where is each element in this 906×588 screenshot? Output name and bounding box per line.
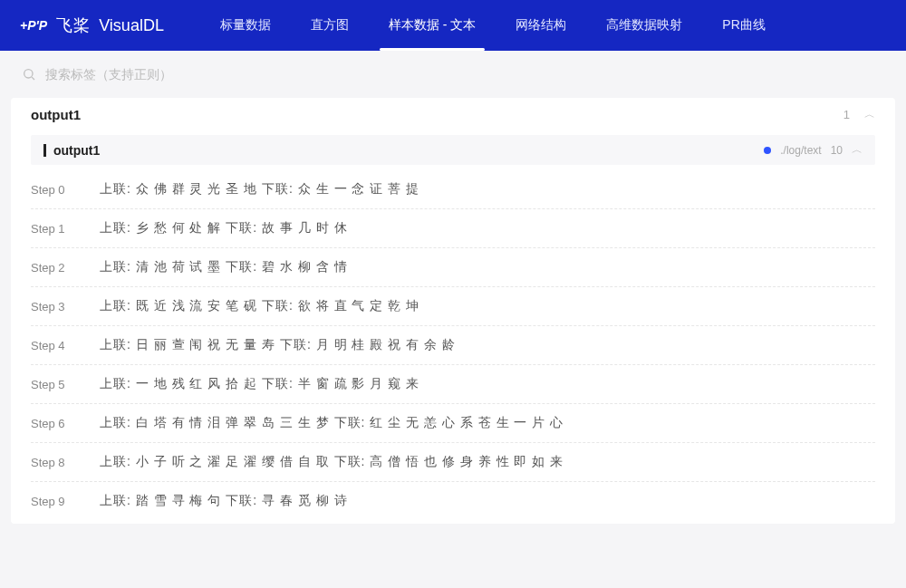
step-text: 上联: 众 佛 群 灵 光 圣 地 下联: 众 生 一 念 证 菩 提: [100, 181, 419, 198]
step-row: Step 5 上联: 一 地 残 红 风 拾 起 下联: 半 窗 疏 影 月 窥…: [31, 365, 875, 404]
step-label: Step 8: [31, 456, 74, 469]
subheader-index: 10: [831, 144, 843, 157]
nav-histogram[interactable]: 直方图: [291, 0, 369, 51]
subheader-title: output1: [53, 143, 100, 158]
step-label: Step 4: [31, 339, 74, 352]
top-nav: +P'P 飞桨 VisualDL 标量数据 直方图 样本数据 - 文本 网络结构…: [0, 0, 906, 51]
step-row: Step 0 上联: 众 佛 群 灵 光 圣 地 下联: 众 生 一 念 证 菩…: [31, 170, 875, 209]
step-text: 上联: 日 丽 萱 闱 祝 无 量 寿 下联: 月 明 桂 殿 祝 有 余 龄: [100, 337, 456, 353]
step-label: Step 0: [31, 183, 74, 197]
step-row: Step 3 上联: 既 近 浅 流 安 笔 砚 下联: 欲 将 直 气 定 乾…: [31, 287, 875, 326]
subheader-left: output1: [43, 143, 100, 158]
step-label: Step 1: [31, 222, 74, 236]
output-panel: output1 1 ︿ output1 ./log/text 10 ︿ Step…: [11, 98, 895, 524]
brand-name: 飞桨: [56, 14, 90, 36]
svg-point-0: [24, 70, 33, 78]
step-label: Step 3: [31, 300, 74, 313]
subheader-collapse-icon[interactable]: ︿: [852, 142, 863, 158]
brand-logo-icon: +P'P: [20, 18, 47, 33]
nav-pr-curve[interactable]: PR曲线: [702, 0, 785, 51]
nav-graph[interactable]: 网络结构: [496, 0, 586, 51]
step-row: Step 4 上联: 日 丽 萱 闱 祝 无 量 寿 下联: 月 明 桂 殿 祝…: [31, 326, 875, 365]
search-bar: [0, 51, 906, 89]
step-text: 上联: 既 近 浅 流 安 笔 砚 下联: 欲 将 直 气 定 乾 坤: [100, 298, 419, 314]
panel-collapse-icon[interactable]: ︿: [864, 107, 875, 122]
step-label: Step 5: [31, 378, 74, 391]
step-text: 上联: 踏 雪 寻 梅 句 下联: 寻 春 觅 柳 诗: [100, 493, 348, 509]
step-text: 上联: 乡 愁 何 处 解 下联: 故 事 几 时 休: [100, 220, 348, 236]
step-row: Step 9 上联: 踏 雪 寻 梅 句 下联: 寻 春 觅 柳 诗: [31, 482, 875, 520]
nav-embedding[interactable]: 高维数据映射: [586, 0, 702, 51]
step-label: Step 6: [31, 417, 74, 430]
step-row: Step 6 上联: 白 塔 有 情 泪 弹 翠 岛 三 生 梦 下联: 红 尘…: [31, 404, 875, 443]
status-dot-icon: [764, 147, 771, 154]
brand-app: VisualDL: [99, 16, 164, 35]
panel-count: 1: [843, 108, 850, 121]
steps-list: Step 0 上联: 众 佛 群 灵 光 圣 地 下联: 众 生 一 念 证 菩…: [11, 170, 895, 520]
panel-subheader: output1 ./log/text 10 ︿: [31, 135, 875, 165]
step-label: Step 9: [31, 495, 74, 508]
nav-items: 标量数据 直方图 样本数据 - 文本 网络结构 高维数据映射 PR曲线: [200, 0, 786, 51]
subheader-path: ./log/text: [780, 144, 821, 157]
search-input[interactable]: [45, 67, 884, 82]
panel-header: output1 1 ︿: [11, 98, 895, 131]
step-text: 上联: 小 子 听 之 濯 足 濯 缨 借 自 取 下联: 高 僧 悟 也 修 …: [100, 454, 564, 470]
nav-scalar[interactable]: 标量数据: [200, 0, 291, 51]
panel-header-right: 1 ︿: [843, 107, 875, 122]
subheader-right: ./log/text 10 ︿: [764, 142, 863, 158]
nav-sample-text[interactable]: 样本数据 - 文本: [369, 0, 496, 51]
step-text: 上联: 白 塔 有 情 泪 弹 翠 岛 三 生 梦 下联: 红 尘 无 恙 心 …: [100, 415, 564, 431]
svg-line-1: [32, 77, 34, 80]
step-text: 上联: 一 地 残 红 风 拾 起 下联: 半 窗 疏 影 月 窥 来: [100, 376, 419, 392]
search-icon: [22, 67, 36, 82]
subheader-marker-icon: [43, 144, 46, 157]
step-label: Step 2: [31, 261, 74, 275]
panel-title: output1: [31, 107, 81, 122]
step-row: Step 1 上联: 乡 愁 何 处 解 下联: 故 事 几 时 休: [31, 209, 875, 248]
step-row: Step 8 上联: 小 子 听 之 濯 足 濯 缨 借 自 取 下联: 高 僧…: [31, 443, 875, 482]
step-row: Step 2 上联: 清 池 荷 试 墨 下联: 碧 水 柳 含 情: [31, 248, 875, 287]
step-text: 上联: 清 池 荷 试 墨 下联: 碧 水 柳 含 情: [100, 259, 348, 275]
brand-block: +P'P 飞桨 VisualDL: [20, 14, 164, 36]
